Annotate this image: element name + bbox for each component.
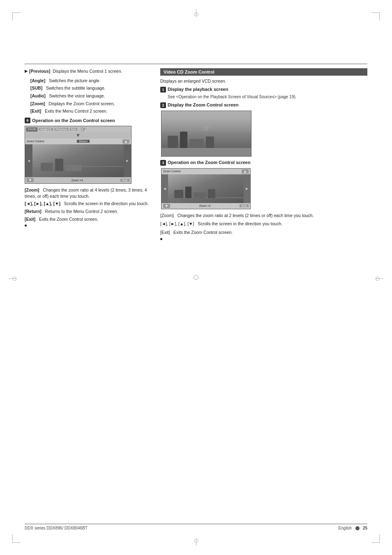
r1-foreground xyxy=(161,148,251,156)
left-column: ▶ [Previous] Displays the Menu Control 1… xyxy=(25,68,152,240)
arrows-desc1: [◄], [►], [▲], [▼] Scrolls the screen in… xyxy=(25,201,152,207)
exit-r-desc: [Exit] Exits the Zoom Control screen. xyxy=(160,229,367,236)
section1-title: Display the playback screen xyxy=(168,87,228,92)
zoom-image-area xyxy=(32,144,124,177)
hand-icon-right: ☞ xyxy=(202,123,210,134)
section-end-dot-right xyxy=(160,238,162,240)
scene-building3 xyxy=(65,165,82,171)
left-desc-section: [Zoom] Changes the zoom ratio at 4 level… xyxy=(25,187,152,227)
rzoom-bottom-bar: ▼ Zoom ×2 Exit xyxy=(161,203,250,209)
footer-left: DDX series DDX896/ DDX8046BT xyxy=(25,526,88,530)
zoom-main-area: ◄ ► xyxy=(25,144,131,177)
footer-rule xyxy=(25,524,367,524)
r1-sky xyxy=(161,111,251,117)
reg-left-circle xyxy=(12,277,16,281)
zoom-desc1: [Zoom] Changes the zoom ratio at 4 level… xyxy=(25,187,152,199)
section2-title: Display the Zoom Control screen xyxy=(168,102,238,107)
footer-right: English 25 xyxy=(338,526,367,530)
crop-mark-tr xyxy=(371,12,380,21)
r1-building1 xyxy=(168,136,178,148)
zoom-text: [Zoom] Displays the Zoom Control screen. xyxy=(30,101,152,107)
previous-label: [Previous] xyxy=(29,69,50,74)
section6-badge: 6 xyxy=(25,118,30,123)
zoom-screen-image: ☞ xyxy=(161,111,251,156)
page-footer: DDX series DDX896/ DDX8046BT English 25 xyxy=(25,526,367,530)
reg-top-circle xyxy=(194,12,198,16)
rzoom-left-btn[interactable]: ◄ xyxy=(161,174,168,203)
exit-desc: [Exit] Exits the Zoom Control screen. xyxy=(25,216,152,222)
down-btn: ▼ xyxy=(27,178,34,182)
rzoom-image xyxy=(168,174,244,203)
section1-heading: 1 Display the playback screen xyxy=(160,87,367,92)
r1-building3 xyxy=(189,139,204,148)
rzoom-label: Zoom Control xyxy=(163,170,180,173)
rzoom-value: Zoom ×2 xyxy=(199,204,211,207)
rzoom-right-btn[interactable]: ► xyxy=(244,174,250,203)
top-rule xyxy=(25,64,367,64)
section3-title: Operation on the Zoom Control screen xyxy=(168,160,251,165)
section3-heading: 3 Operation on the Zoom Control screen xyxy=(160,160,367,166)
rzoom-bldg4 xyxy=(208,189,215,198)
section2-heading: 2 Display the Zoom Control screen xyxy=(160,102,367,108)
zoom-r-desc: [Zoom] Changes the zoom ratio at 2 level… xyxy=(160,213,367,219)
rzoom-bldg2 xyxy=(185,187,191,198)
angle-text: [Angle] Switches the picture angle. xyxy=(30,78,152,84)
sub-text: [SUB] Switches the subtitle language. xyxy=(30,85,152,91)
right-column: Video CD Zoom Control Displays an enlarg… xyxy=(160,68,367,240)
r1-building2 xyxy=(180,132,187,148)
rzoom-top-bar: Zoom Control ▲ xyxy=(161,169,250,174)
up-btn: ▲ xyxy=(122,139,129,143)
content-area: ▶ [Previous] Displays the Menu Control 1… xyxy=(25,64,367,506)
previous-text: [Previous] Displays the Menu Control 1 s… xyxy=(29,68,122,74)
exit-text: [Exit] Exits the Menu Control 2 screen. xyxy=(30,108,152,114)
return-btn: Return xyxy=(77,140,90,143)
previous-section: ▶ [Previous] Displays the Menu Control 1… xyxy=(25,68,152,76)
rzoom-down-btn: ▼ xyxy=(163,204,170,208)
reg-bot-circle xyxy=(194,539,198,543)
zoom-badge: ZOOM xyxy=(26,127,37,132)
two-column-layout: ▶ [Previous] Displays the Menu Control 1… xyxy=(25,68,367,240)
right-zoom-ctrl-screen: Zoom Control ▲ ◄ ► ▼ Zoom × xyxy=(161,168,251,209)
exit-btn: Exit xyxy=(70,128,77,131)
rzoom-bldg1 xyxy=(174,190,183,198)
right-nav-btn[interactable]: ► xyxy=(124,144,131,177)
rzoom-exit-btn: Exit xyxy=(240,204,249,207)
scene-building1 xyxy=(41,163,53,171)
arrows-r-desc: [◄], [►], [▲], [▼] Scrolls the screen in… xyxy=(160,221,367,227)
r1-building4 xyxy=(206,136,214,148)
rzoom-bldg3 xyxy=(194,192,206,198)
section3-badge: 3 xyxy=(160,160,166,166)
left-device-toolbar: ZOOM Angle1/1 Previous Exit ☞ xyxy=(25,126,131,132)
crop-mark-br xyxy=(371,534,380,543)
zoom-value: Zoom ×4 xyxy=(71,179,83,182)
zoom-panel-bottom: ▼ Zoom ×4 Exit xyxy=(25,177,131,183)
zoom-control-panel-top: Zoom Control Return ▲ xyxy=(25,139,131,144)
left-device-screen: ZOOM Angle1/1 Previous Exit ☞ ▼ Zoom Con… xyxy=(25,126,131,183)
right-screen-zoom: ☞ xyxy=(161,111,251,157)
crop-mark-bl xyxy=(12,534,21,543)
triangle-marker: ▶ xyxy=(25,69,28,73)
rzoom-main: ◄ ► xyxy=(161,174,250,203)
crop-mark-tl xyxy=(12,12,21,21)
section2-badge: 2 xyxy=(160,102,166,108)
vcd-intro: Displays an enlarged VCD screen. xyxy=(160,78,367,84)
section6-heading: 6 Operation on the Zoom Control screen xyxy=(25,118,152,123)
audio-text: [Audio] Switches the voice language. xyxy=(30,93,152,99)
hand-cursor-icon: ☞ xyxy=(81,125,86,133)
section6-title: Operation on the Zoom Control screen xyxy=(32,118,115,123)
exit-ctrl-btn: Exit xyxy=(120,179,129,182)
section-end-dot-left xyxy=(25,224,27,227)
scene-building2 xyxy=(55,159,63,171)
rzoom-up-btn: ▲ xyxy=(242,169,249,173)
vcd-header: Video CD Zoom Control xyxy=(160,68,367,76)
previous-btn: Previous xyxy=(55,128,68,131)
reg-right-circle xyxy=(376,277,380,281)
down-arrow-indicator: ▼ xyxy=(25,132,131,138)
page-dot xyxy=(355,526,360,530)
right-desc-section: [Zoom] Changes the zoom ratio at 2 level… xyxy=(160,213,367,240)
section1-badge: 1 xyxy=(160,87,166,92)
left-nav-btn[interactable]: ◄ xyxy=(25,144,32,177)
angle-btn: Angle1/1 xyxy=(39,128,53,131)
page-number: 25 xyxy=(363,526,367,530)
return-desc: [Return] Returns to the Menu Control 2 s… xyxy=(25,208,152,215)
